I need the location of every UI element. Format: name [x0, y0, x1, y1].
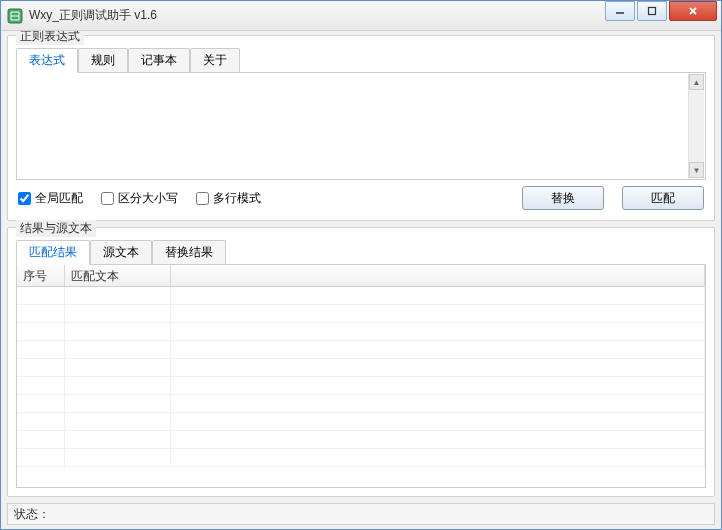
- regex-groupbox: 正则表达式 表达式 规则 记事本 关于 ▲ ▼ 全局匹配: [7, 35, 715, 221]
- tab-about[interactable]: 关于: [190, 48, 240, 72]
- checkbox-global[interactable]: 全局匹配: [18, 190, 83, 207]
- table-row[interactable]: [17, 287, 705, 305]
- checkbox-case-input[interactable]: [101, 192, 114, 205]
- table-row[interactable]: [17, 413, 705, 431]
- maximize-button[interactable]: [637, 1, 667, 21]
- match-button[interactable]: 匹配: [622, 186, 704, 210]
- table-row[interactable]: [17, 431, 705, 449]
- window-controls: [605, 1, 721, 30]
- table-row[interactable]: [17, 305, 705, 323]
- status-label: 状态：: [14, 506, 50, 523]
- tab-expression[interactable]: 表达式: [16, 48, 78, 73]
- scroll-up-icon[interactable]: ▲: [689, 74, 704, 90]
- app-window: Wxy_正则调试助手 v1.6 正则表达式 表达式 规则 记事本 关于: [0, 0, 722, 530]
- table-header: 序号 匹配文本: [17, 265, 705, 287]
- result-tabs: 匹配结果 源文本 替换结果: [16, 240, 706, 265]
- replace-button[interactable]: 替换: [522, 186, 604, 210]
- checkbox-multiline-label: 多行模式: [213, 190, 261, 207]
- checkbox-multiline-input[interactable]: [196, 192, 209, 205]
- regex-legend: 正则表达式: [16, 31, 84, 45]
- close-button[interactable]: [669, 1, 717, 21]
- app-icon: [7, 8, 23, 24]
- result-table: 序号 匹配文本: [16, 265, 706, 488]
- result-groupbox: 结果与源文本 匹配结果 源文本 替换结果 序号 匹配文本: [7, 227, 715, 497]
- checkbox-global-label: 全局匹配: [35, 190, 83, 207]
- column-index[interactable]: 序号: [17, 265, 65, 286]
- vertical-scrollbar[interactable]: ▲ ▼: [688, 74, 704, 178]
- table-body[interactable]: [17, 287, 705, 487]
- column-empty[interactable]: [171, 265, 705, 286]
- regex-textarea-wrap: ▲ ▼: [16, 73, 706, 180]
- tab-match-result[interactable]: 匹配结果: [16, 240, 90, 265]
- table-row[interactable]: [17, 377, 705, 395]
- checkbox-global-input[interactable]: [18, 192, 31, 205]
- scroll-down-icon[interactable]: ▼: [689, 162, 704, 178]
- checkbox-multiline[interactable]: 多行模式: [196, 190, 261, 207]
- titlebar[interactable]: Wxy_正则调试助手 v1.6: [1, 1, 721, 31]
- window-title: Wxy_正则调试助手 v1.6: [29, 7, 605, 24]
- table-row[interactable]: [17, 359, 705, 377]
- regex-tabs: 表达式 规则 记事本 关于: [16, 48, 706, 73]
- column-match-text[interactable]: 匹配文本: [65, 265, 171, 286]
- tab-notepad[interactable]: 记事本: [128, 48, 190, 72]
- table-row[interactable]: [17, 323, 705, 341]
- statusbar: 状态：: [7, 503, 715, 525]
- checkbox-case-label: 区分大小写: [118, 190, 178, 207]
- table-row[interactable]: [17, 395, 705, 413]
- client-area: 正则表达式 表达式 规则 记事本 关于 ▲ ▼ 全局匹配: [1, 31, 721, 529]
- table-row[interactable]: [17, 449, 705, 467]
- tab-source-text[interactable]: 源文本: [90, 240, 152, 264]
- checkbox-case[interactable]: 区分大小写: [101, 190, 178, 207]
- tab-rules[interactable]: 规则: [78, 48, 128, 72]
- regex-input[interactable]: [17, 73, 705, 179]
- tab-replace-result[interactable]: 替换结果: [152, 240, 226, 264]
- table-row[interactable]: [17, 341, 705, 359]
- result-legend: 结果与源文本: [16, 220, 96, 237]
- options-row: 全局匹配 区分大小写 多行模式 替换 匹配: [16, 180, 706, 212]
- svg-rect-2: [649, 8, 656, 15]
- minimize-button[interactable]: [605, 1, 635, 21]
